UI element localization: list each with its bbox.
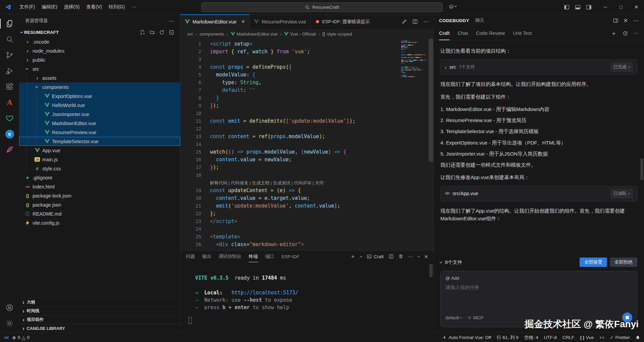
breadcrumb-item-MarkdownEditor.vue[interactable]: MarkdownEditor.vue [231, 32, 278, 37]
sidebar-section-大纲[interactable]: ›大纲 [19, 298, 180, 306]
status-item-broadcast[interactable] [600, 335, 604, 340]
terminal[interactable]: VITE v6.3.5 ready in 17484 ms → Local: h… [180, 262, 433, 333]
menu-item-2[interactable]: 选择(S) [61, 2, 83, 12]
tree-item-src[interactable]: ›src [19, 64, 180, 73]
sidebar-more-icon[interactable]: ⋯ [169, 18, 174, 24]
toggle-sidebar-icon[interactable] [564, 4, 570, 10]
tree-item-TemplateSelector.vue[interactable]: TemplateSelector.vue [19, 137, 180, 146]
remote-indicator-icon[interactable]: >< [4, 335, 8, 340]
toggle-secondary-sidebar-icon[interactable] [586, 4, 592, 10]
tree-item-package-lock.json[interactable]: {}package-lock.json [19, 191, 180, 200]
minimap[interactable] [400, 41, 428, 78]
terminal-profile-dropdown-icon[interactable]: › [359, 256, 364, 258]
codebuddy-tab-Unit Test[interactable]: Unit Test [513, 26, 532, 40]
more-actions-icon[interactable]: ⋯ [423, 18, 429, 25]
split-terminal-icon[interactable] [389, 254, 393, 259]
reject-all-button[interactable]: 全部拒绝 [610, 258, 637, 267]
new-folder-icon[interactable] [150, 30, 155, 35]
new-terminal-icon[interactable]: ＋ [350, 253, 356, 260]
status-item-bell[interactable] [636, 335, 640, 340]
close-panel-icon[interactable]: ✕ [424, 254, 428, 259]
codebuddy-tab-Craft[interactable]: Craft [439, 26, 449, 40]
tree-item-App.vue[interactable]: App.vue [19, 146, 180, 155]
extensions-icon[interactable] [0, 79, 19, 95]
maximize-button[interactable]: □ [613, 0, 629, 14]
collapse-folders-icon[interactable] [169, 30, 174, 35]
terminal-scrollbar[interactable] [429, 264, 433, 277]
tree-item-README.md[interactable]: ⓘREADME.md [19, 209, 180, 218]
new-file-icon[interactable] [140, 30, 145, 35]
kill-terminal-icon[interactable] [398, 254, 403, 259]
tree-item-main.js[interactable]: JSmain.js [19, 155, 180, 164]
add-context-button[interactable]: @ Add [445, 276, 632, 281]
edit-pencil-icon[interactable] [402, 19, 407, 24]
copilot-menu[interactable]: › [449, 3, 457, 9]
model-selector[interactable]: default › [445, 315, 462, 320]
tab-MarkdownEditor.vue[interactable]: MarkdownEditor.vue✕ [180, 14, 250, 29]
close-panel-icon[interactable]: ✕ [624, 17, 628, 24]
codebuddy-icon[interactable] [0, 110, 19, 126]
chevron-down-icon[interactable]: › [438, 261, 444, 263]
esp-idf-icon[interactable]: e [0, 126, 19, 142]
menu-item-5[interactable]: ··· [128, 2, 140, 12]
status-item-Auto Format Vue: Off[interactable]: Auto Format Vue: Off [442, 335, 491, 340]
account-icon[interactable] [0, 300, 19, 316]
accept-all-button[interactable]: 全部接受 [580, 258, 607, 267]
panel-tab-调试控制台[interactable]: 调试控制台 [219, 251, 241, 262]
status-item-行 61, 列 9[interactable]: 行 61, 列 9 [497, 335, 519, 341]
tree-item-vite.config.js[interactable]: vite.config.js [19, 218, 180, 227]
codebuddy-scrollbar[interactable] [640, 159, 643, 180]
codelens-actions[interactable]: 解释代码 | 代码修复 | 生成文档 | 生成测试 | 代码评审 | 关闭 [180, 179, 433, 187]
tree-item-components[interactable]: ›components [19, 82, 180, 92]
open-side-icon[interactable] [613, 18, 618, 23]
codebuddy-chat-label[interactable]: 聊天 [475, 17, 484, 23]
esp-idf-command[interactable]: ESP-IDF: 搜索错误提示 [311, 14, 374, 29]
breadcrumb-item-Vue - Official[interactable]: Vue - Official [284, 32, 316, 37]
terminal-instance-craft[interactable]: Craft [367, 254, 383, 259]
tree-item-ResumePreview.vue[interactable]: ResumePreview.vue [19, 128, 180, 137]
close-tab-icon[interactable]: ✕ [241, 19, 245, 24]
minimize-button[interactable]: ─ [598, 0, 613, 14]
status-item-Vue[interactable]: { }Vue [580, 335, 594, 340]
new-session-icon[interactable]: ＋ [611, 30, 617, 37]
menu-item-3[interactable]: 查看(V) [83, 2, 105, 12]
sidebar-section-项目组件[interactable]: ›项目组件 [19, 315, 180, 324]
maximize-panel-icon[interactable]: › [416, 256, 421, 258]
split-editor-icon[interactable] [413, 19, 418, 24]
project-section-header[interactable]: › RESUMECRAFT [19, 27, 180, 37]
tree-item-package.json[interactable]: {}package.json [19, 200, 180, 209]
search-icon[interactable] [0, 32, 19, 47]
panel-tab-输出[interactable]: 输出 [202, 251, 211, 262]
sidebar-section-CANGJIE LIBRARY[interactable]: ›CANGJIE LIBRARY [19, 324, 180, 333]
cangjie-icon[interactable] [0, 142, 19, 158]
tree-item-JsonImporter.vue[interactable]: JsonImporter.vue [19, 110, 180, 119]
more-actions-icon[interactable]: ⋯ [633, 17, 639, 24]
toggle-panel-icon[interactable] [575, 4, 581, 10]
history-icon[interactable] [623, 31, 628, 36]
status-item-空格: 4[interactable]: 空格: 4 [524, 335, 538, 341]
codebuddy-tab-Chat[interactable]: Chat [458, 26, 468, 40]
tree-item-assets[interactable]: ›assets [19, 73, 180, 82]
tree-item-ExportOptions.vue[interactable]: ExportOptions.vue [19, 92, 180, 101]
panel-tab-ESP-IDF[interactable]: ESP-IDF [282, 251, 300, 262]
status-item-Prettier[interactable]: ✓Prettier [610, 335, 630, 340]
tree-item-HelloWorld.vue[interactable]: HelloWorld.vue [19, 101, 180, 110]
sidebar-section-时间线[interactable]: ›时间线 [19, 306, 180, 315]
tree-item-MarkdownEditor.vue[interactable]: MarkdownEditor.vue [19, 119, 180, 128]
changed-files-label[interactable]: 8个文件 [445, 259, 463, 266]
code-editor[interactable]: 1<script setup>2import { ref, watch } fr… [180, 39, 433, 250]
panel-tab-问题[interactable]: 问题 [186, 251, 195, 262]
editor-scrollbar[interactable] [428, 39, 433, 250]
file-card-src[interactable]: ›src7个文件已完成› [440, 59, 637, 75]
run-debug-icon[interactable] [0, 63, 19, 79]
more-actions-icon[interactable]: ⋯ [634, 31, 639, 36]
tree-item-node_modules[interactable]: ›node_modules [19, 46, 180, 55]
source-control-icon[interactable] [0, 47, 19, 63]
card-status-badge[interactable]: 已完成› [610, 62, 633, 72]
tree-item-public[interactable]: ›public [19, 55, 180, 64]
breadcrumb-item-src[interactable]: src [187, 32, 193, 37]
codebuddy-tab-Code Review[interactable]: Code Review [476, 26, 505, 40]
breadcrumb-item-style scoped[interactable]: {}style scoped [322, 32, 352, 37]
file-card-src/App.vue[interactable]: </>src/App.vue已读取› [440, 186, 637, 202]
tongyi-lingma-icon[interactable]: A [0, 95, 19, 110]
